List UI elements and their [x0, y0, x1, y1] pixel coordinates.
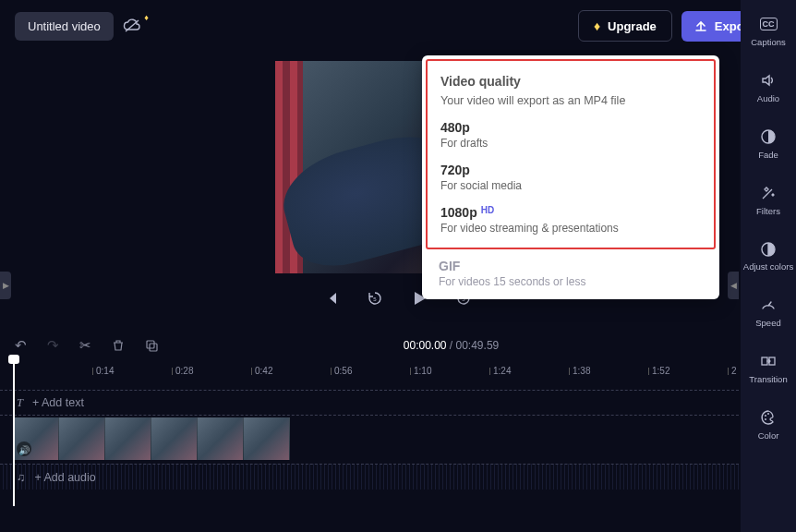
video-track[interactable]	[0, 416, 739, 464]
crown-icon: ♦	[594, 18, 600, 33]
video-clip[interactable]	[13, 417, 59, 460]
rewind-5-icon[interactable]: 5	[367, 290, 383, 307]
timecode: 00:00.00 / 00:49.59	[404, 339, 499, 352]
audio-track[interactable]: ♫ + Add audio	[0, 464, 739, 490]
duplicate-icon[interactable]	[145, 339, 158, 352]
svg-rect-3	[147, 341, 154, 348]
audio-track-placeholder: + Add audio	[34, 471, 95, 484]
dropdown-subheading: Your video will export as an MP4 file	[440, 94, 701, 107]
svg-point-9	[765, 415, 766, 417]
upload-icon	[694, 19, 707, 32]
video-clip[interactable]	[198, 417, 244, 460]
video-clip[interactable]	[151, 417, 198, 460]
video-clip[interactable]	[244, 417, 290, 460]
transition-icon	[760, 352, 777, 370]
sidebar-item-speed[interactable]: Speed	[741, 292, 796, 332]
highlighted-quality-section: Video quality Your video will export as …	[426, 59, 716, 249]
upgrade-label: Upgrade	[608, 19, 657, 33]
speaker-icon	[760, 71, 777, 90]
quality-option-gif[interactable]: GIF For videos 15 seconds or less	[422, 249, 719, 288]
captions-icon: CC	[760, 15, 778, 33]
text-track[interactable]: T + Add text	[0, 390, 739, 416]
music-icon: ♫	[17, 471, 25, 484]
right-sidebar: CC Captions Audio Fade Filters Adjust co…	[741, 0, 796, 532]
skip-start-icon[interactable]	[324, 291, 339, 306]
premium-diamond-icon: ♦	[144, 13, 149, 22]
speed-icon	[760, 296, 777, 314]
trash-icon[interactable]	[112, 339, 125, 352]
redo-icon[interactable]: ↷	[47, 337, 59, 354]
video-clip[interactable]	[105, 417, 151, 460]
sidebar-item-filters[interactable]: Filters	[741, 180, 796, 220]
top-bar: Untitled video ♦ ♦ Upgrade Export ▾	[0, 0, 796, 52]
sidebar-item-adjust-colors[interactable]: Adjust colors	[741, 236, 796, 275]
adjust-icon	[760, 240, 777, 259]
fade-icon	[760, 127, 777, 146]
text-track-placeholder: + Add text	[32, 396, 84, 409]
expand-right-panel[interactable]: ◀	[728, 272, 739, 299]
palette-icon	[760, 408, 777, 427]
text-icon: T	[17, 396, 23, 410]
cloud-sync-icon[interactable]: ♦	[123, 18, 141, 33]
quality-option-1080p[interactable]: 1080pHD For video streaming & presentati…	[440, 205, 701, 235]
filters-icon	[760, 184, 777, 202]
hd-badge: HD	[481, 205, 494, 215]
timeline-ruler[interactable]: 0:14 0:28 0:42 0:56 1:10 1:24 1:38 1:52 …	[0, 362, 739, 390]
expand-left-panel[interactable]: ▶	[0, 272, 11, 299]
sidebar-item-transition[interactable]: Transition	[741, 348, 796, 388]
svg-point-11	[767, 413, 769, 415]
scissors-icon[interactable]: ✂	[79, 337, 91, 354]
quality-option-720p[interactable]: 720p For social media	[440, 163, 701, 192]
sidebar-item-color[interactable]: Color	[741, 405, 796, 444]
sidebar-item-audio[interactable]: Audio	[741, 67, 796, 107]
sidebar-item-captions[interactable]: CC Captions	[741, 11, 796, 51]
svg-rect-4	[150, 344, 157, 351]
upgrade-button[interactable]: ♦ Upgrade	[578, 10, 672, 42]
export-quality-dropdown: Video quality Your video will export as …	[422, 55, 719, 299]
video-clip[interactable]	[59, 417, 105, 460]
timeline-toolbar: ↶ ↷ ✂ 00:00.00 / 00:49.59	[0, 329, 739, 362]
quality-option-480p[interactable]: 480p For drafts	[440, 120, 701, 150]
dropdown-heading: Video quality	[440, 74, 701, 89]
svg-point-10	[765, 418, 766, 420]
sidebar-item-fade[interactable]: Fade	[741, 124, 796, 163]
svg-text:5: 5	[373, 296, 377, 302]
playhead[interactable]	[13, 358, 15, 506]
project-title[interactable]: Untitled video	[15, 12, 114, 41]
track-area: T + Add text ♫ + Add audio	[0, 390, 739, 490]
undo-icon[interactable]: ↶	[15, 337, 27, 354]
